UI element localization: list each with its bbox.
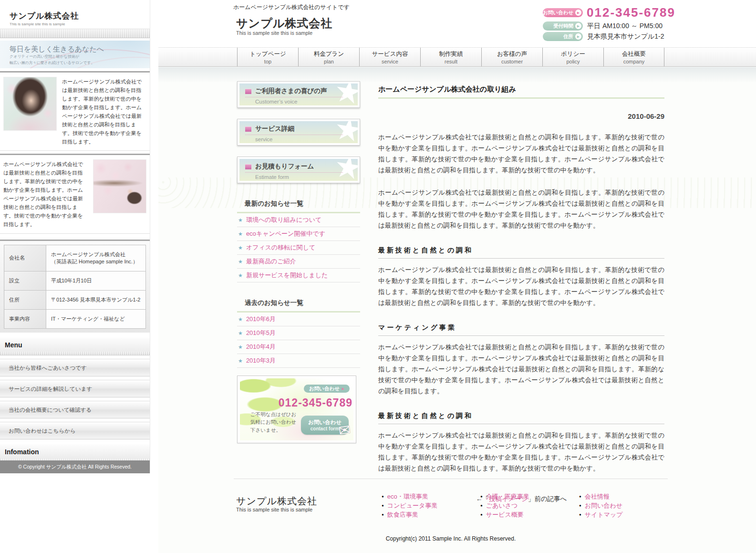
- star-bullet-icon: ★: [238, 272, 243, 279]
- contact-pill[interactable]: お問い合わせ ▶: [543, 8, 583, 17]
- tab-service[interactable]: サービス内容service: [359, 48, 420, 66]
- sidebar-menu-item-greeting[interactable]: 当社から皆様へごあいさつです: [0, 359, 150, 376]
- tab-sublabel: customer: [501, 59, 523, 64]
- main-navigation: トップページtop 料金プランplan サービス内容service 制作実績re…: [158, 47, 756, 67]
- hero-subline: 幅広い層の方々に愛され続けているサロンです。: [10, 60, 150, 66]
- company-info-table: 会社名 ホームページサンプル株式会社（英語表記 Homepage sample …: [0, 240, 150, 333]
- phone-number: 012-345-6789: [587, 5, 675, 20]
- tab-top[interactable]: トップページtop: [237, 48, 298, 66]
- sidebar-menu-item-service[interactable]: サービスの詳細を解説しています: [0, 380, 150, 397]
- bullet-icon: ●: [382, 512, 384, 517]
- star-bullet-icon: ★: [238, 316, 243, 323]
- tab-label: ポリシー: [561, 50, 585, 58]
- contact-form-button[interactable]: お問い合わせ contact form ▶ ✉: [301, 416, 349, 435]
- tab-label: サービス内容: [372, 50, 408, 58]
- contact-banner-pill[interactable]: お問い合わせ ▶: [304, 385, 350, 393]
- tab-customer[interactable]: お客様の声customer: [481, 48, 542, 66]
- footer-site-tagline: This is sample site this is sample: [236, 507, 312, 512]
- table-value: ホームページサンプル株式会社（英語表記 Homepage sample Inc.…: [46, 245, 146, 271]
- hours-pill: 受付時間 ▶: [543, 21, 583, 31]
- address-row: 住所 ▶ 見本県見本市サンプル1-2: [543, 32, 675, 41]
- contact-form-button-label: お問い合わせ: [308, 419, 342, 426]
- table-row: 事業内容 IT・マーケティング・福祉など: [4, 309, 146, 328]
- page: サンプル株式会社 This is sample site this is sam…: [0, 0, 756, 553]
- arrow-circle-icon: ▶: [575, 10, 581, 16]
- archive-link[interactable]: 2010年3月: [246, 356, 276, 365]
- banner-service-detail[interactable]: ★ サービス詳細 service: [237, 119, 360, 146]
- banner-title: サービス詳細: [255, 125, 294, 133]
- hours-row: 受付時間 ▶ 平日 AM10:00 ～ PM5:00: [543, 21, 675, 31]
- footer-copyright: Copyright(c) 2011 Sample Inc. All Rights…: [234, 535, 668, 542]
- page-title: サンプル株式会社: [236, 16, 332, 31]
- hours-pill-label: 受付時間: [553, 23, 573, 30]
- hero-title: 毎日を美しく生きるあなたへ: [10, 45, 150, 54]
- news-link[interactable]: オフィスの移転に関して: [246, 243, 315, 252]
- bullet-icon: ●: [579, 512, 581, 517]
- star-bullet-icon: ★: [238, 344, 243, 350]
- archive-link[interactable]: 2010年4月: [246, 343, 276, 351]
- tab-sublabel: top: [264, 59, 271, 64]
- contact-banner-pill-label: お問い合わせ: [309, 386, 340, 392]
- news-link[interactable]: 新規サービスを開始しました: [246, 271, 328, 280]
- banner-estimate-form[interactable]: ★ お見積もりフォーム Estimate form: [237, 157, 360, 183]
- address-pill-label: 住所: [563, 33, 573, 40]
- archive-link[interactable]: 2010年5月: [246, 329, 276, 337]
- section-heading: マーケティング事業: [378, 323, 664, 336]
- banner-customer-voice[interactable]: ★ ご利用者さまの喜びの声 Customer’s voice: [237, 81, 360, 108]
- intro-text: ホームページサンプル株式会社では最新技術と自然との調和を目指します。革新的な技術…: [3, 159, 88, 229]
- list-item: ★2010年3月: [237, 354, 360, 368]
- contact-form-button-sublabel: contact form: [311, 426, 340, 431]
- bullet-icon: ●: [382, 503, 384, 508]
- tab-plan[interactable]: 料金プランplan: [298, 48, 359, 66]
- footer-site-title: サンプル株式会社: [236, 495, 317, 508]
- sidebar-menu-item-contact[interactable]: お問い合わせはこちらから: [0, 422, 150, 439]
- tab-company[interactable]: 会社概要company: [603, 48, 664, 66]
- sidebar-intro-section-1: ホームページサンプル株式会社では最新技術と自然との調和を目指します。革新的な技術…: [0, 71, 150, 151]
- archive-link[interactable]: 2010年6月: [246, 315, 276, 323]
- footer-link[interactable]: サイトマップ: [585, 511, 623, 519]
- footer-link[interactable]: サービス概要: [486, 511, 524, 519]
- star-bullet-icon: ★: [238, 358, 243, 364]
- contact-phone-row: お問い合わせ ▶ 012-345-6789: [543, 5, 675, 20]
- contact-banner-phone: 012-345-6789: [279, 396, 352, 409]
- sidebar-intro-section-2: ホームページサンプル株式会社では最新技術と自然との調和を目指します。革新的な技術…: [0, 154, 150, 233]
- tab-sublabel: policy: [566, 59, 580, 64]
- sidebar-copyright: © Copyright サンプル株式会社 All Rights Reseved.: [0, 460, 150, 473]
- tab-policy[interactable]: ポリシーpolicy: [542, 48, 603, 66]
- contact-banner[interactable]: お問い合わせ ▶ 012-345-6789 ご不明な点はぜひお気軽にお問い合わせ…: [237, 376, 356, 443]
- article-paragraph: ホームページサンプル株式会社では最新技術と自然との調和を目指します。革新的な技術…: [378, 132, 664, 176]
- arrow-right-icon: ▶: [577, 11, 580, 14]
- tab-label: お客様の声: [497, 50, 527, 58]
- arrow-circle-icon: ▶: [575, 23, 581, 29]
- tab-sublabel: company: [623, 59, 645, 64]
- address-pill: 住所 ▶: [543, 32, 583, 41]
- news-link[interactable]: ecoキャンペーン開催中です: [246, 230, 325, 238]
- news-link[interactable]: 最新商品のご紹介: [246, 257, 296, 266]
- site-description: ホームページサンプル株式会社のサイトです: [233, 3, 350, 11]
- tab-result[interactable]: 制作実績result: [420, 48, 481, 66]
- business-hours: 平日 AM10:00 ～ PM5:00: [587, 22, 663, 31]
- sidebar-menu-item-company[interactable]: 当社の会社概要について確認する: [0, 401, 150, 418]
- table-row: 設立 平成10年1月10日: [4, 271, 146, 290]
- section-heading: 最新技術と自然との調和: [378, 412, 664, 424]
- star-bullet-icon: ★: [238, 231, 243, 237]
- article-paragraph: ホームページサンプル株式会社では最新技術と自然との調和を目指します。革新的な技術…: [378, 264, 664, 308]
- tab-label: トップページ: [249, 50, 286, 58]
- news-link[interactable]: 環境への取り組みについて: [246, 216, 321, 224]
- tab-sublabel: plan: [324, 59, 334, 64]
- contact-pill-label: お問い合わせ: [543, 10, 573, 16]
- article-paragraph: ホームページサンプル株式会社では最新技術と自然との調和を目指します。革新的な技術…: [378, 342, 664, 396]
- footer-link[interactable]: 飲食店事業: [387, 511, 418, 519]
- article-date: 2010-06-29: [378, 112, 664, 120]
- information-heading: Infomation: [0, 444, 150, 459]
- table-label: 設立: [4, 271, 46, 290]
- prev-article-link[interactable]: 投稿イメージ: [489, 495, 528, 502]
- list-item: ★2010年6月: [237, 313, 360, 326]
- sidebar-preview: サンプル株式会社 This is sample site this is sam…: [0, 0, 150, 473]
- list-item: ★最新商品のご紹介: [237, 255, 360, 269]
- divider-stripe: [0, 29, 150, 38]
- list-item: ●サイトマップ: [579, 510, 623, 519]
- star-bullet-icon: ★: [238, 245, 243, 251]
- list-item: ★オフィスの移転に関して: [237, 241, 360, 255]
- sidebar-site-tagline: This is sample site this is sample: [10, 22, 150, 26]
